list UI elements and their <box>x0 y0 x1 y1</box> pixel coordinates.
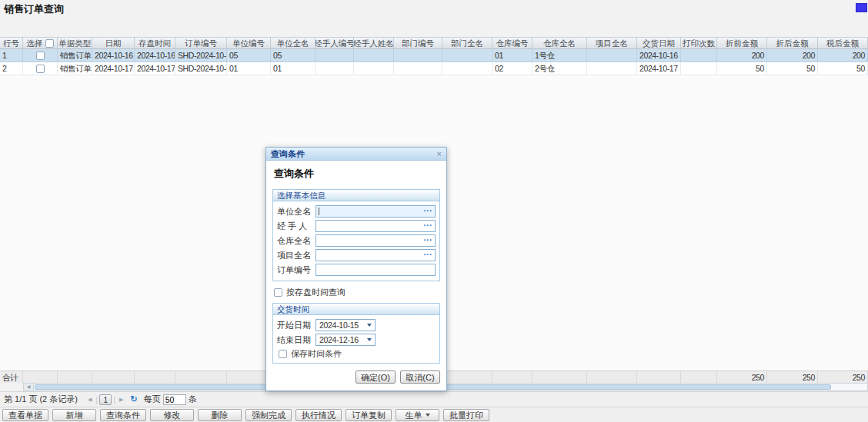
column-header-label: 单位全名 <box>277 38 309 48</box>
toolbar-button[interactable]: 订单复制 <box>346 409 392 421</box>
chevron-down-icon[interactable] <box>367 338 372 341</box>
table-cell <box>23 49 58 62</box>
toolbar-button[interactable]: 执行情况 <box>295 409 342 421</box>
table-cell: 2 <box>0 62 23 75</box>
column-header[interactable]: 部门全名 <box>442 38 492 49</box>
dialog-field-row: 仓库全名··· <box>277 234 436 247</box>
save-time-query-option[interactable]: 按存盘时间查询 <box>274 287 440 298</box>
select-all-checkbox[interactable] <box>45 39 54 48</box>
row-checkbox[interactable] <box>36 65 45 73</box>
field-label: 订单编号 <box>277 264 315 276</box>
table-cell <box>587 62 637 75</box>
page-info: 第 1/1 页 (2 条记录) <box>4 394 78 405</box>
column-header-label: 行号 <box>3 38 19 48</box>
column-header[interactable]: 经手人姓名 <box>354 38 394 49</box>
column-header[interactable]: 日期 <box>92 38 135 49</box>
column-header-label: 经手人编号 <box>315 38 354 48</box>
toolbar-button[interactable]: 批量打印 <box>443 409 489 421</box>
table-header-row: 行号选择单据类型日期存盘时间订单编号单位编号单位全名经手人编号经手人姓名部门编号… <box>0 38 868 49</box>
column-header[interactable]: 税后金额 <box>818 38 868 49</box>
toolbar-button[interactable]: 生单 <box>396 409 439 421</box>
current-page-box[interactable]: 1 <box>99 394 112 405</box>
toolbar-button[interactable]: 删除 <box>198 409 242 421</box>
table-cell: 销售订单 <box>58 49 92 62</box>
table-row[interactable]: 1销售订单2024-10-162024-10-16SHD-2024-10-16-… <box>0 49 868 62</box>
column-header[interactable]: 选择 <box>23 38 58 49</box>
toolbar-button[interactable]: 新增 <box>52 409 96 421</box>
column-header-label: 经手人姓名 <box>354 38 394 48</box>
totals-cell <box>175 371 227 384</box>
table-row[interactable]: 2销售订单2024-10-172024-10-17SHD-2024-10-17-… <box>0 62 868 75</box>
per-page-input[interactable] <box>163 394 186 405</box>
checkbox-icon[interactable] <box>279 350 287 358</box>
scroll-left-icon[interactable]: ◀ <box>24 384 34 390</box>
totals-cell: 250 <box>717 371 767 384</box>
column-header-label: 单据类型 <box>58 38 91 48</box>
field-input[interactable]: ··· <box>315 249 436 261</box>
ellipsis-picker-icon[interactable]: ··· <box>424 252 433 258</box>
end-date-row: 结束日期 2024-12-16 <box>277 334 436 346</box>
checkbox-icon[interactable] <box>274 288 282 297</box>
toolbar-button[interactable]: 查看单据 <box>2 409 48 421</box>
table-cell: 销售订单 <box>58 62 92 75</box>
column-header[interactable]: 单据类型 <box>58 38 92 49</box>
table-cell <box>23 62 58 75</box>
column-header[interactable]: 项目全名 <box>587 38 637 49</box>
prev-page-icon[interactable]: ◀ <box>85 397 94 403</box>
ok-button[interactable]: 确定(O) <box>356 370 396 384</box>
dialog-titlebar[interactable]: 查询条件 × <box>266 148 446 161</box>
ellipsis-picker-icon[interactable]: ··· <box>424 223 433 229</box>
ellipsis-picker-icon[interactable]: ··· <box>424 208 433 214</box>
ellipsis-picker-icon[interactable]: ··· <box>424 238 433 244</box>
column-header[interactable]: 交货日期 <box>637 38 681 49</box>
next-page-icon[interactable]: ▶ <box>117 397 125 403</box>
save-time-condition-label: 保存时间条件 <box>291 348 342 360</box>
top-right-blue-button[interactable] <box>856 3 867 12</box>
end-date-select[interactable]: 2024-12-16 <box>315 334 376 346</box>
pagination-bar: 第 1/1 页 (2 条记录) ◀ | 1 | ▶ ↻ 每页 条 <box>0 391 868 407</box>
toolbar-button-label: 修改 <box>164 410 181 420</box>
dialog-body: 查询条件 选择基本信息 单位全名···经 手 人···仓库全名···项目全名··… <box>266 161 446 390</box>
field-input[interactable]: ··· <box>315 205 436 218</box>
chevron-down-icon[interactable] <box>367 324 372 327</box>
table-body: 1销售订单2024-10-162024-10-16SHD-2024-10-16-… <box>0 49 868 75</box>
column-header[interactable]: 经手人编号 <box>315 38 354 49</box>
bottom-toolbar: 查看单据新增查询条件修改删除强制完成执行情况订单复制生单批量打印 <box>0 407 868 422</box>
toolbar-button[interactable]: 强制完成 <box>245 409 292 421</box>
column-header[interactable]: 单位编号 <box>227 38 271 49</box>
save-time-condition-option[interactable]: 保存时间条件 <box>279 348 436 360</box>
column-header[interactable]: 仓库全名 <box>532 38 587 49</box>
column-header[interactable]: 单位全名 <box>271 38 315 49</box>
toolbar-button-label: 新增 <box>66 410 83 420</box>
field-input[interactable]: ··· <box>315 220 436 232</box>
column-header[interactable]: 折后金额 <box>767 38 818 49</box>
toolbar-button[interactable]: 修改 <box>150 409 194 421</box>
totals-cell <box>23 371 58 384</box>
column-header[interactable]: 仓库编号 <box>492 38 532 49</box>
dialog-heading: 查询条件 <box>274 167 440 181</box>
column-header[interactable]: 部门编号 <box>394 38 442 49</box>
field-input[interactable] <box>315 264 436 276</box>
column-header[interactable]: 打印次数 <box>681 38 717 49</box>
delivery-time-group-title: 交货时间 <box>273 304 439 315</box>
column-header[interactable]: 行号 <box>0 38 23 49</box>
cancel-button[interactable]: 取消(C) <box>400 370 440 384</box>
toolbar-button[interactable]: 查询条件 <box>100 409 146 421</box>
start-date-select[interactable]: 2024-10-15 <box>315 319 376 331</box>
table-cell: 01 <box>227 62 271 75</box>
dialog-footer: 确定(O) 取消(C) <box>272 370 440 384</box>
column-header[interactable]: 存盘时间 <box>135 38 175 49</box>
table-cell: 2024-10-16 <box>637 49 681 62</box>
pager-divider: | <box>95 395 98 404</box>
column-header[interactable]: 折前金额 <box>717 38 767 49</box>
pager-divider: | <box>113 395 115 404</box>
refresh-icon[interactable]: ↻ <box>130 394 137 404</box>
field-input[interactable]: ··· <box>315 234 436 247</box>
table-cell: 1 <box>0 49 23 62</box>
field-label: 经 手 人 <box>277 221 315 232</box>
column-header[interactable]: 订单编号 <box>175 38 227 49</box>
row-checkbox[interactable] <box>36 52 45 60</box>
close-icon[interactable]: × <box>437 150 442 158</box>
totals-cell <box>637 371 681 384</box>
column-header-label: 折后金额 <box>776 38 809 48</box>
